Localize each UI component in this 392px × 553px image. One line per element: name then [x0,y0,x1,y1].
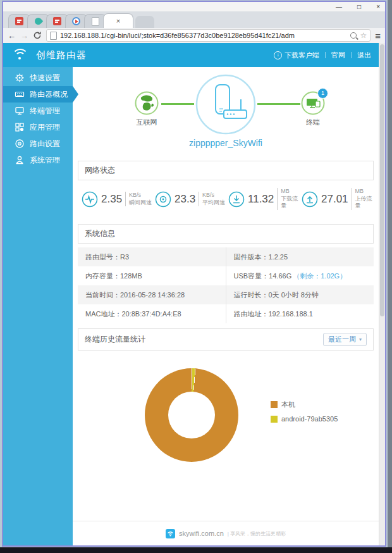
stat-meta: MB上传流量 [352,188,372,210]
donut-chart [145,368,238,462]
tab-strip: × [3,11,385,28]
current-time: 当前时间：2016-05-28 14:36:28 [78,285,226,304]
forward-button[interactable]: → [20,32,28,40]
browser-toolbar: ← → 192.168.188.1/cgi-bin/luci/;stok=d36… [3,28,385,44]
page-icon [50,32,57,40]
firmware-version: 固件版本：1.2.25 [226,247,374,266]
monitor-icon [15,106,25,116]
router-admin-page: 创维路由器 ↓ 下载客户端 官网 退出 快速设置 [3,43,379,545]
wifi-ssid: zippppper_SkyWifi [73,138,379,148]
terminal-node[interactable]: 1 [301,91,325,118]
date-range-dropdown[interactable]: 最近一周 ▾ [323,333,367,346]
desktop-background-bottom [0,547,392,553]
table-row: 当前时间：2016-05-28 14:36:28 运行时长：0天 0小时 8分钟 [78,285,374,304]
logout-link[interactable]: 退出 [357,51,371,60]
system-info-section-header: 系统信息 [78,224,374,244]
network-stats-row: 2.35 KB/s瞬间网速 23.3 KB/s平均网速 11.32 MB下载流量 [73,180,379,219]
page-body: 快速设置 路由器概况 终端管理 应用管理 [3,67,379,545]
sidebar-item-router-settings[interactable]: 路由设置 [3,135,73,152]
search-icon[interactable] [350,32,357,39]
url-text[interactable]: 192.168.188.1/cgi-bin/luci/;stok=d36fe85… [60,32,347,39]
internet-node[interactable] [135,91,159,118]
stat-instant-speed: 2.35 KB/s瞬间网速 [79,188,152,210]
average-speed-icon [155,191,171,208]
sidebar-item-system-management[interactable]: 系统管理 [3,152,73,168]
network-status-section-header: 网络状态 [78,161,374,180]
back-button[interactable]: ← [8,32,16,40]
footer-site-link[interactable]: skywifi.com.cn [179,530,224,537]
router-icon [195,74,256,135]
internet-label: 互联网 [128,118,166,127]
router-node[interactable] [195,74,256,137]
sidebar-item-terminal-management[interactable]: 终端管理 [3,103,73,119]
address-bar[interactable]: 192.168.188.1/cgi-bin/luci/;stok=d36fe85… [46,29,371,42]
blank-page-favicon-icon [92,17,99,26]
sidebar-item-label: 终端管理 [30,106,60,116]
traffic-stats-section-header: 终端历史流量统计 最近一周 ▾ [78,328,374,351]
minimize-button[interactable]: — [336,2,342,11]
system-info-table: 路由型号：R3 固件版本：1.2.25 内存容量：128MB USB容量：14.… [78,247,374,323]
memory-capacity: 内存容量：128MB [78,266,226,285]
maximize-button[interactable]: □ [357,2,361,11]
stat-meta: KB/s瞬间网速 [125,192,152,206]
close-button[interactable]: × [376,2,380,11]
wifi-logo-icon [11,47,30,63]
bookmark-star-icon[interactable]: ☆ [360,32,367,39]
legend-item-android[interactable]: android-79ab5305 [271,415,338,423]
main-content: 互联网 [73,67,379,545]
topology-link-line [257,103,300,105]
gear-icon [15,73,25,83]
browser-menu-icon[interactable]: ≡ [375,31,381,40]
app-header: 创维路由器 ↓ 下载客户端 官网 退出 [3,43,379,67]
new-tab-button[interactable] [135,16,154,28]
topology-link-line [161,103,194,105]
page-footer: skywifi.com.cn | 享风采，慢的生活更精彩 [73,521,379,545]
chevron-down-icon: ▾ [359,337,362,342]
chart-legend: 本机 android-79ab5305 [271,400,338,423]
tab-close-icon[interactable]: × [116,18,120,25]
globe-icon [135,91,159,115]
red-app-favicon-icon [53,17,61,25]
router-overview-icon [15,89,25,99]
sidebar-item-label: 路由器概况 [30,89,68,100]
active-tab[interactable]: × [103,13,133,28]
sidebar: 快速设置 路由器概况 终端管理 应用管理 [3,67,73,545]
stat-value: 11.32 [248,193,274,206]
table-row: MAC地址：20:8B:37:4D:A4:E8 路由地址：192.168.188… [78,304,374,323]
uptime: 运行时长：0天 0小时 8分钟 [226,285,374,304]
sidebar-item-label: 快速设置 [30,73,60,84]
play-button-favicon-icon [72,17,80,25]
divider [351,52,352,58]
official-site-link[interactable]: 官网 [331,51,345,60]
network-topology: 互联网 [73,71,379,156]
scrollbar-thumb[interactable] [380,44,384,316]
stat-meta: KB/s平均网速 [199,192,225,206]
page-scrollbar[interactable] [379,43,385,545]
sidebar-item-quick-setup[interactable]: 快速设置 [3,70,73,86]
window-controls: — □ × [336,2,380,11]
usb-remaining: （剩余：1.02G） [293,271,346,281]
sidebar-item-app-management[interactable]: 应用管理 [3,119,73,135]
mac-address: MAC地址：20:8B:37:4D:A4:E8 [78,304,226,323]
upload-icon [302,191,318,208]
red-app-favicon-icon [15,17,23,25]
table-row: 路由型号：R3 固件版本：1.2.25 [78,247,374,266]
footer-slogan: | 享风采，慢的生活更精彩 [228,530,286,537]
sidebar-item-router-overview[interactable]: 路由器概况 [3,86,73,103]
stat-value: 23.3 [175,193,195,206]
legend-label: android-79ab5305 [281,415,338,423]
download-client-link[interactable]: ↓ 下载客户端 [274,51,319,60]
sidebar-item-label: 路由设置 [30,139,60,149]
reload-button[interactable] [33,31,42,40]
terminal-label: 终端 [294,118,332,127]
legend-item-local[interactable]: 本机 [271,400,338,409]
stat-average-speed: 23.3 KB/s平均网速 [152,188,226,210]
circle-gear-icon [15,139,25,149]
screen: — □ × × ← → 192.168.188.1/cgi-bin/luci/;… [0,0,392,553]
app-title: 创维路由器 [36,49,87,61]
terminal-count-badge: 1 [317,88,328,99]
table-row: 内存容量：128MB USB容量：14.66G（剩余：1.02G） [78,266,374,285]
app-grid-icon [15,122,25,132]
window-titlebar: — □ × [3,2,385,11]
stat-download-traffic: 11.32 MB下载流量 [226,188,299,210]
